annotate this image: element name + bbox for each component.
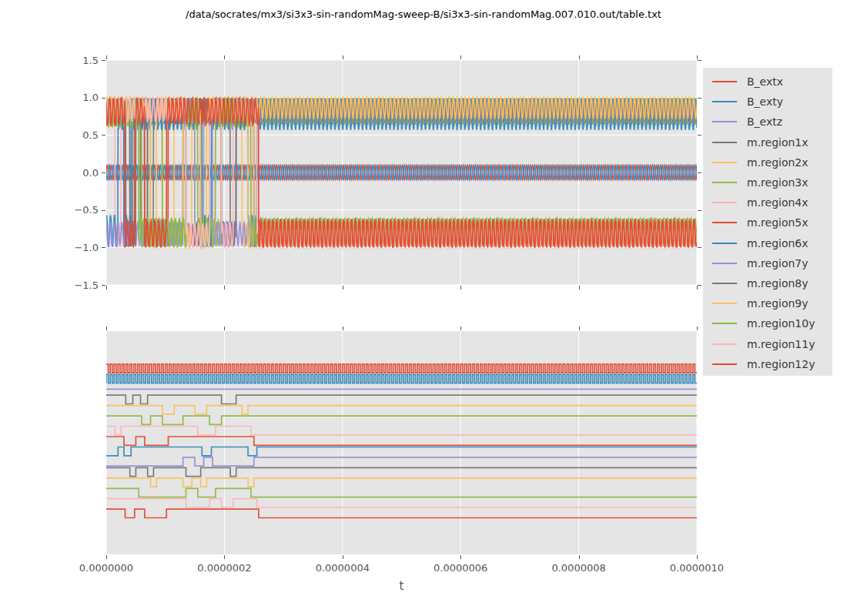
legend-item: B_extz bbox=[703, 112, 832, 132]
figure: /data/socrates/mx3/si3x3-sin-randomMag-s… bbox=[0, 0, 847, 616]
series-bottom-B_extx bbox=[106, 364, 697, 373]
ytick-label: 1.5 bbox=[22, 55, 99, 65]
xtick-label: 0.0000006 bbox=[426, 563, 495, 573]
legend-item-label: m.region6x bbox=[747, 238, 808, 249]
tick-mark bbox=[697, 326, 698, 330]
top-plot-canvas bbox=[106, 60, 697, 285]
legend-item-label: B_exty bbox=[747, 96, 783, 107]
tick-mark bbox=[698, 135, 701, 136]
x-axis-label: t bbox=[106, 579, 697, 593]
ytick-label: 0.5 bbox=[22, 130, 99, 140]
ytick-label: 0.0 bbox=[22, 168, 99, 178]
legend-item: m.region10y bbox=[703, 313, 832, 333]
tick-mark bbox=[224, 326, 225, 330]
legend-item: m.region2x bbox=[703, 152, 832, 172]
ytick-label: 1.0 bbox=[22, 92, 99, 102]
legend-item: m.region9y bbox=[703, 293, 832, 313]
tick-mark bbox=[106, 55, 107, 59]
tick-mark bbox=[224, 55, 225, 59]
legend-item: m.region8y bbox=[703, 273, 832, 293]
legend-item-label: m.region9y bbox=[747, 298, 808, 309]
legend-item-label: B_extz bbox=[747, 116, 782, 127]
legend-item: m.region4x bbox=[703, 192, 832, 213]
tick-mark bbox=[460, 55, 461, 59]
tick-mark bbox=[102, 247, 105, 248]
ytick-label: −0.5 bbox=[22, 205, 99, 215]
legend-line-sample bbox=[712, 323, 737, 324]
legend-line-sample bbox=[712, 363, 737, 365]
ytick-label: −1.5 bbox=[22, 280, 99, 290]
tick-mark bbox=[102, 60, 105, 61]
legend-line-sample bbox=[712, 343, 737, 345]
tick-mark bbox=[697, 55, 698, 59]
figure-title: /data/socrates/mx3/si3x3-sin-randomMag-s… bbox=[0, 8, 847, 20]
legend-item-label: m.region7y bbox=[747, 258, 808, 269]
legend-item: B_exty bbox=[703, 92, 832, 112]
legend-line-sample bbox=[712, 121, 737, 122]
xtick-label: 0.0000010 bbox=[662, 563, 732, 573]
tick-mark bbox=[697, 555, 698, 559]
legend-box: B_extxB_extyB_extzm.region1xm.region2xm.… bbox=[703, 68, 832, 376]
legend-line-sample bbox=[712, 263, 737, 264]
legend-line-sample bbox=[712, 162, 737, 163]
tick-mark bbox=[343, 555, 343, 559]
legend-line-sample bbox=[712, 243, 737, 244]
legend-line-sample bbox=[712, 202, 737, 203]
tick-mark bbox=[698, 210, 701, 211]
tick-mark bbox=[698, 285, 701, 286]
bottom-plot-canvas bbox=[106, 331, 697, 554]
legend-item: m.region12y bbox=[703, 354, 832, 374]
legend-item: B_extx bbox=[703, 72, 832, 92]
tick-mark bbox=[579, 326, 580, 330]
legend-item-label: m.region4x bbox=[747, 197, 808, 208]
legend-line-sample bbox=[712, 142, 737, 143]
tick-mark bbox=[224, 555, 225, 559]
tick-mark bbox=[698, 172, 701, 173]
legend-line-sample bbox=[712, 303, 737, 304]
tick-mark bbox=[224, 286, 225, 290]
legend-item-label: m.region3x bbox=[747, 177, 808, 188]
legend-item-label: m.region5x bbox=[747, 217, 808, 228]
tick-mark bbox=[106, 555, 107, 559]
tick-mark bbox=[102, 210, 105, 211]
tick-mark bbox=[343, 286, 343, 290]
legend-item-label: m.region8y bbox=[747, 278, 808, 289]
tick-mark bbox=[579, 286, 580, 290]
tick-mark bbox=[698, 98, 701, 99]
legend-item-label: m.region2x bbox=[747, 157, 808, 168]
legend-item: m.region5x bbox=[703, 213, 832, 233]
tick-mark bbox=[698, 60, 701, 61]
legend-line-sample bbox=[712, 182, 737, 183]
tick-mark bbox=[697, 286, 698, 290]
tick-mark bbox=[102, 98, 105, 99]
legend-line-sample bbox=[712, 222, 737, 223]
tick-mark bbox=[343, 55, 343, 59]
legend-item-label: m.region10y bbox=[747, 318, 815, 329]
tick-mark bbox=[343, 326, 343, 330]
legend-line-sample bbox=[712, 101, 737, 102]
xtick-label: 0.0000004 bbox=[308, 563, 377, 573]
legend-item-label: m.region12y bbox=[747, 359, 815, 370]
tick-mark bbox=[106, 326, 107, 330]
legend-item: m.region3x bbox=[703, 172, 832, 192]
tick-mark bbox=[102, 285, 105, 286]
legend-item: m.region1x bbox=[703, 132, 832, 152]
tick-mark bbox=[102, 135, 105, 136]
legend-item-label: B_extx bbox=[747, 76, 783, 87]
legend-line-sample bbox=[712, 283, 737, 284]
tick-mark bbox=[102, 172, 105, 173]
ytick-label: −1.0 bbox=[22, 243, 99, 253]
xtick-label: 0.0000000 bbox=[72, 563, 141, 573]
series-bottom-B_exty bbox=[106, 374, 697, 383]
tick-mark bbox=[460, 326, 461, 330]
legend-item-label: m.region1x bbox=[747, 137, 808, 148]
legend-item-label: m.region11y bbox=[747, 339, 815, 350]
legend-item: m.region11y bbox=[703, 333, 832, 353]
tick-mark bbox=[460, 286, 461, 290]
tick-mark bbox=[698, 247, 701, 248]
tick-mark bbox=[579, 555, 580, 559]
tick-mark bbox=[460, 555, 461, 559]
tick-mark bbox=[579, 55, 580, 59]
tick-mark bbox=[106, 286, 107, 290]
xtick-label: 0.0000002 bbox=[189, 563, 259, 573]
